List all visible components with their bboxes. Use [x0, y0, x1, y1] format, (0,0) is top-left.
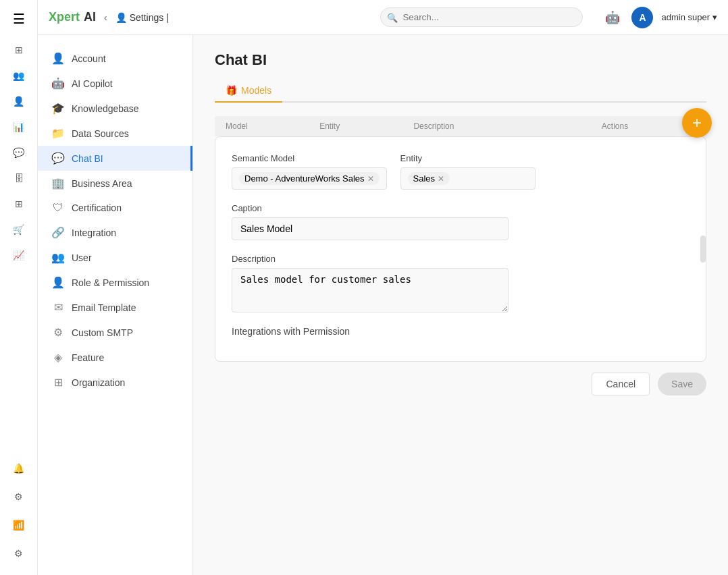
icon-rail: ☰ ⊞ 👥 👤 📊 💬 🗄 ⊞ 🛒 📈 🔔 ⚙ 📶 ⚙	[0, 0, 38, 575]
sidebar-item-label: Integration	[72, 227, 116, 238]
rail-icon-bell[interactable]: 🔔	[5, 456, 32, 481]
rail-icon-database[interactable]: 🗄	[5, 166, 32, 190]
search-container: 🔍	[380, 7, 583, 27]
rail-icon-grid[interactable]: ⊞	[5, 38, 32, 62]
semantic-model-chip: Demo - AdventureWorks Sales ✕	[239, 172, 380, 185]
form-row-model-entity: Semantic Model Demo - AdventureWorks Sal…	[232, 153, 690, 190]
entity-chip-close[interactable]: ✕	[438, 174, 444, 184]
user-label[interactable]: admin super ▾	[661, 12, 717, 22]
rail-icon-settings[interactable]: ⚙	[5, 541, 32, 566]
save-button[interactable]: Save	[658, 373, 706, 395]
rail-menu-icon[interactable]: ☰	[5, 5, 32, 32]
integration-icon: 🔗	[51, 226, 65, 239]
ai-copilot-icon: 🤖	[51, 77, 65, 90]
sidebar-item-role-permission[interactable]: 👤 Role & Permission	[38, 270, 192, 295]
cancel-button[interactable]: Cancel	[592, 373, 650, 395]
sidebar-item-label: Knowledgebase	[72, 103, 139, 114]
rail-icon-dashboard[interactable]: ⊞	[5, 192, 32, 216]
add-model-button[interactable]: +	[682, 108, 712, 138]
sidebar-item-label: Account	[72, 53, 106, 64]
settings-breadcrumb: 👤 Settings |	[115, 12, 169, 23]
rail-icon-chart[interactable]: 📊	[5, 115, 32, 139]
sidebar-item-feature[interactable]: ◈ Feature	[38, 345, 192, 370]
tab-models[interactable]: 🎁 Models	[215, 80, 282, 103]
sidebar: 👤 Account 🤖 AI Copilot 🎓 Knowledgebase 📁…	[38, 35, 193, 575]
content-area: Chat BI 🎁 Models Model Entity Descriptio…	[193, 35, 728, 575]
model-panel: Semantic Model Demo - AdventureWorks Sal…	[215, 136, 706, 362]
sidebar-item-label: Feature	[72, 352, 104, 363]
sidebar-item-label: Custom SMTP	[72, 327, 133, 338]
sidebar-item-label: Chat BI	[72, 153, 103, 164]
back-button[interactable]: ‹	[104, 12, 107, 23]
rail-icon-antenna[interactable]: 📶	[5, 513, 32, 537]
sidebar-item-label: Role & Permission	[72, 277, 149, 288]
sidebar-item-account[interactable]: 👤 Account	[38, 46, 192, 71]
sidebar-item-chat-bi[interactable]: 💬 Chat BI	[38, 146, 192, 171]
sidebar-item-label: Organization	[72, 377, 125, 388]
user-icon: 👥	[51, 251, 65, 264]
account-icon: 👤	[51, 52, 65, 65]
description-textarea[interactable]: Sales model for customer sales	[232, 268, 509, 312]
sidebar-item-data-sources[interactable]: 📁 Data Sources	[38, 121, 192, 146]
semantic-model-select[interactable]: Demo - AdventureWorks Sales ✕	[232, 167, 387, 190]
semantic-model-chip-close[interactable]: ✕	[367, 174, 374, 184]
sidebar-item-email-template[interactable]: ✉ Email Template	[38, 295, 192, 320]
sidebar-item-label: Certification	[72, 202, 122, 213]
sidebar-item-knowledgebase[interactable]: 🎓 Knowledgebase	[38, 96, 192, 121]
knowledgebase-icon: 🎓	[51, 102, 65, 115]
header: Xpert AI ‹ 👤 Settings | 🔍 🤖 A admin supe…	[38, 0, 728, 35]
sidebar-item-label: Email Template	[72, 302, 136, 313]
rail-icon-message[interactable]: 💬	[5, 140, 32, 165]
semantic-model-group: Semantic Model Demo - AdventureWorks Sal…	[232, 153, 387, 190]
col-model: Model	[226, 121, 319, 131]
rail-icon-sliders[interactable]: ⚙	[5, 485, 32, 509]
form-actions: Cancel Save	[215, 362, 706, 406]
rail-icon-users[interactable]: 👥	[5, 63, 32, 88]
header-right: 🤖 A admin super ▾	[602, 7, 717, 28]
sidebar-item-integration[interactable]: 🔗 Integration	[38, 220, 192, 245]
logo-text: Xpert	[49, 10, 80, 24]
semantic-model-label: Semantic Model	[232, 153, 387, 163]
entity-select[interactable]: Sales ✕	[400, 167, 536, 190]
certification-icon: 🛡	[51, 202, 65, 214]
sidebar-item-business-area[interactable]: 🏢 Business Area	[38, 171, 192, 196]
sidebar-item-label: Data Sources	[72, 128, 129, 139]
caption-group: Caption	[232, 203, 690, 240]
organization-icon: ⊞	[51, 376, 65, 389]
caption-input[interactable]	[232, 217, 509, 240]
sidebar-item-custom-smtp[interactable]: ⚙ Custom SMTP	[38, 320, 192, 345]
description-label: Description	[232, 254, 690, 264]
rail-icon-trend[interactable]: 📈	[5, 243, 32, 267]
avatar[interactable]: A	[631, 7, 653, 28]
chat-bi-icon: 💬	[51, 152, 65, 165]
integrations-section: Integrations with Permission	[232, 326, 690, 337]
sidebar-item-ai-copilot[interactable]: 🤖 AI Copilot	[38, 71, 192, 96]
app-logo: Xpert AI	[49, 10, 96, 24]
col-description: Description	[413, 121, 601, 131]
col-entity: Entity	[319, 121, 413, 131]
custom-smtp-icon: ⚙	[51, 326, 65, 339]
rail-icon-team[interactable]: 👤	[5, 89, 32, 113]
page-title: Chat BI	[215, 51, 706, 69]
feature-icon: ◈	[51, 351, 65, 364]
entity-group: Entity Sales ✕	[400, 153, 536, 190]
integrations-label: Integrations with Permission	[232, 326, 690, 337]
logo-ai: AI	[84, 10, 96, 24]
entity-label: Entity	[400, 153, 536, 163]
resize-handle[interactable]	[700, 236, 706, 263]
sidebar-item-certification[interactable]: 🛡 Certification	[38, 196, 192, 220]
sidebar-item-organization[interactable]: ⊞ Organization	[38, 370, 192, 395]
caption-label: Caption	[232, 203, 690, 213]
bot-icon[interactable]: 🤖	[602, 7, 623, 28]
models-tab-icon: 🎁	[226, 85, 237, 96]
entity-chip: Sales ✕	[408, 172, 450, 185]
business-area-icon: 🏢	[51, 177, 65, 190]
search-input[interactable]	[380, 7, 583, 27]
rail-icon-cart[interactable]: 🛒	[5, 217, 32, 242]
search-icon: 🔍	[387, 12, 398, 22]
sidebar-item-label: User	[72, 252, 92, 263]
tabs: 🎁 Models	[215, 80, 706, 103]
sidebar-item-user[interactable]: 👥 User	[38, 245, 192, 270]
main-area: 👤 Account 🤖 AI Copilot 🎓 Knowledgebase 📁…	[38, 35, 728, 575]
sidebar-item-label: Business Area	[72, 178, 132, 189]
